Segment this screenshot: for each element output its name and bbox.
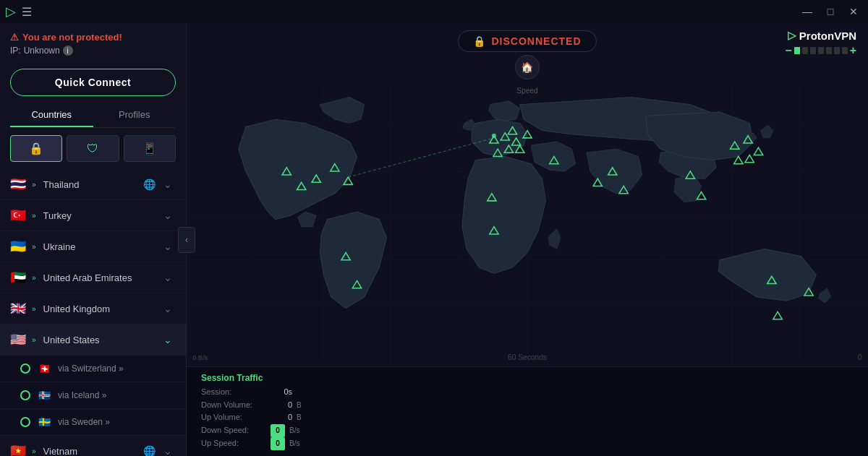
- filter-shield-button[interactable]: 🛡: [67, 135, 119, 162]
- list-item[interactable]: 🇻🇳 » Vietnam 🌐 ⌄: [0, 436, 186, 456]
- country-actions: ⌄: [160, 270, 176, 285]
- main-layout: ⚠ You are not protected! IP: Unknown i Q…: [0, 23, 868, 456]
- world-map-svg: Speed 60 Seconds 0 0 B/s: [187, 79, 868, 366]
- speed-seg-5: [826, 47, 832, 54]
- country-name-ukraine: Ukraine: [43, 241, 154, 252]
- stats-bar: Session Traffic Session: 0s Down Volume:…: [187, 366, 868, 456]
- svg-text:60 Seconds: 60 Seconds: [508, 353, 547, 361]
- country-actions: 🌐 ⌄: [141, 443, 176, 456]
- list-item[interactable]: 🇦🇪 » United Arab Emirates ⌄: [0, 262, 186, 293]
- tab-countries[interactable]: Countries: [10, 103, 93, 127]
- up-volume-unit: B: [297, 412, 302, 423]
- down-volume-unit: B: [297, 400, 302, 411]
- speed-seg-3: [810, 47, 816, 54]
- collapse-sidebar-button[interactable]: ‹: [178, 227, 195, 253]
- brand-text: ProtonVPN: [799, 30, 856, 42]
- filter-device-button[interactable]: 📱: [124, 135, 176, 162]
- chevron-right-icon: »: [32, 181, 36, 189]
- brand-area: ▷ ProtonVPN − +: [785, 29, 856, 57]
- stat-row-up-vol: Up Volume: 0 B: [201, 411, 302, 424]
- ip-info-icon[interactable]: i: [63, 46, 73, 56]
- country-name-uae: United Arab Emirates: [43, 272, 154, 283]
- flag-us: 🇺🇸: [10, 334, 26, 345]
- ip-label: IP:: [10, 46, 21, 56]
- country-name-uk: United Kingdom: [43, 304, 154, 314]
- list-item[interactable]: 🇺🇸 » United States ⌄: [0, 324, 186, 356]
- session-label: Session:: [201, 386, 266, 399]
- disconnected-label: DISCONNECTED: [491, 35, 581, 47]
- protection-status: ⚠ You are not protected!: [10, 32, 176, 43]
- quick-connect-button[interactable]: Quick Connect: [10, 69, 176, 96]
- session-traffic-title: Session Traffic: [201, 373, 302, 383]
- down-speed-label: Down Speed:: [201, 424, 266, 437]
- down-speed-value: 0: [271, 424, 285, 437]
- speed-seg-4: [818, 47, 824, 54]
- list-item[interactable]: 🇬🇧 » United Kingdom ⌄: [0, 293, 186, 324]
- chevron-right-icon: »: [32, 212, 36, 220]
- svg-text:0 B/s: 0 B/s: [192, 354, 208, 361]
- sidebar: ⚠ You are not protected! IP: Unknown i Q…: [0, 23, 187, 456]
- brand-name: ▷ ProtonVPN: [788, 29, 856, 42]
- down-volume-label: Down Volume:: [201, 399, 266, 412]
- expand-icon[interactable]: ⌄: [160, 270, 176, 285]
- svg-text:Speed: Speed: [516, 87, 538, 95]
- not-protected-text: You are not protected!: [22, 32, 122, 43]
- up-volume-value: 0: [271, 411, 292, 424]
- brand-icon: ▷: [788, 29, 796, 42]
- flag-ukraine: 🇺🇦: [10, 241, 26, 252]
- maximize-button[interactable]: □: [822, 3, 839, 20]
- menu-icon[interactable]: ☰: [22, 5, 32, 19]
- speed-plus-button[interactable]: +: [850, 44, 856, 57]
- app-logo-icon: ▷: [6, 4, 16, 20]
- expand-icon[interactable]: ⌄: [160, 443, 176, 456]
- plus-circle-icon: [20, 417, 30, 427]
- speed-seg-7: [842, 47, 848, 54]
- session-traffic: Session Traffic Session: 0s Down Volume:…: [201, 373, 302, 450]
- plus-circle-icon: [20, 363, 30, 374]
- speed-seg-6: [834, 47, 840, 54]
- close-button[interactable]: ✕: [845, 3, 862, 20]
- filter-secure-button[interactable]: 🔒: [10, 135, 62, 162]
- titlebar: ▷ ☰ — □ ✕: [0, 0, 868, 23]
- globe-icon[interactable]: 🌐: [141, 443, 157, 456]
- flag-vietnam: 🇻🇳: [10, 445, 26, 456]
- expand-icon[interactable]: ⌄: [160, 207, 176, 223]
- warning-icon: ⚠: [10, 32, 19, 43]
- flag-switzerland: 🇨🇭: [36, 363, 52, 374]
- globe-icon[interactable]: 🌐: [141, 176, 157, 192]
- expand-icon[interactable]: ⌄: [160, 176, 176, 192]
- list-item[interactable]: 🇹🇷 » Turkey ⌄: [0, 200, 186, 231]
- flag-iceland: 🇮🇸: [36, 390, 52, 401]
- filter-row: 🔒 🛡 📱: [0, 128, 186, 169]
- list-item[interactable]: 🇨🇭 via Switzerland »: [0, 356, 186, 382]
- flag-uae: 🇦🇪: [10, 272, 26, 283]
- sub-item-label: via Sweden »: [58, 417, 110, 427]
- tab-profiles[interactable]: Profiles: [93, 103, 176, 127]
- home-button[interactable]: 🏠: [515, 55, 540, 79]
- plus-circle-icon: [20, 390, 30, 400]
- minimize-button[interactable]: —: [799, 3, 816, 20]
- list-item[interactable]: 🇮🇸 via Iceland »: [0, 382, 186, 409]
- flag-thailand: 🇹🇭: [10, 178, 26, 190]
- expand-icon[interactable]: ⌄: [160, 238, 176, 254]
- list-item[interactable]: 🇸🇪 via Sweden »: [0, 409, 186, 436]
- speed-seg-1: [794, 47, 800, 54]
- list-item[interactable]: 🇺🇦 » Ukraine ⌄: [0, 231, 186, 262]
- expand-icon[interactable]: ⌄: [160, 301, 176, 317]
- svg-point-29: [492, 134, 496, 138]
- country-name-us: United States: [43, 335, 154, 345]
- chevron-right-icon: »: [32, 447, 36, 455]
- stat-row-down-speed: Down Speed: 0 B/s: [201, 424, 302, 437]
- stat-row-down-vol: Down Volume: 0 B: [201, 399, 302, 412]
- list-item[interactable]: 🇹🇭 » Thailand 🌐 ⌄: [0, 169, 186, 200]
- flag-sweden: 🇸🇪: [36, 416, 52, 428]
- speed-bar: − +: [785, 44, 856, 57]
- expand-icon[interactable]: ⌄: [160, 332, 176, 348]
- map-area: Speed 60 Seconds 0 0 B/s: [187, 79, 868, 366]
- speed-seg-2: [802, 47, 808, 54]
- speed-minus-button[interactable]: −: [785, 44, 791, 57]
- status-pill: 🔒 DISCONNECTED: [458, 30, 596, 52]
- country-actions: 🌐 ⌄: [141, 176, 176, 192]
- lock-icon: 🔒: [473, 35, 485, 47]
- down-speed-unit: B/s: [289, 425, 299, 436]
